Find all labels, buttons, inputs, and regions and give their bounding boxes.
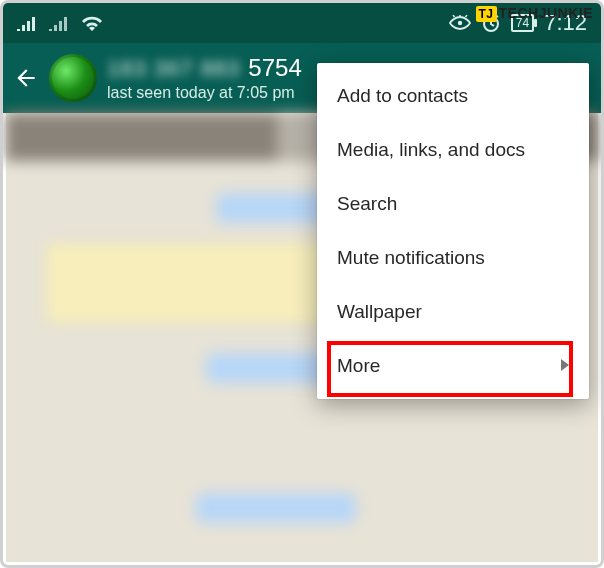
menu-item-more[interactable]: More [317, 339, 589, 393]
menu-item-label: Media, links, and docs [337, 139, 525, 161]
menu-item-label: Search [337, 193, 397, 215]
menu-item-label: Wallpaper [337, 301, 422, 323]
menu-item-media-links-docs[interactable]: Media, links, and docs [317, 123, 589, 177]
menu-item-add-to-contacts[interactable]: Add to contacts [317, 69, 589, 123]
menu-item-label: Add to contacts [337, 85, 468, 107]
chevron-right-icon [561, 358, 569, 374]
menu-item-label: More [337, 355, 380, 377]
watermark: TJTECHJUNKIE [476, 5, 593, 22]
watermark-badge: TJ [476, 6, 497, 22]
signal-secondary-icon [49, 15, 67, 31]
menu-item-search[interactable]: Search [317, 177, 589, 231]
overflow-menu: Add to contacts Media, links, and docs S… [317, 63, 589, 399]
screenshot-frame: TJTECHJUNKIE 74 7:12 [0, 0, 604, 568]
contact-number-suffix: 5754 [248, 53, 301, 83]
watermark-text: TECHJUNKIE [499, 5, 593, 21]
signal-icon [17, 15, 35, 31]
menu-item-wallpaper[interactable]: Wallpaper [317, 285, 589, 339]
menu-item-mute-notifications[interactable]: Mute notifications [317, 231, 589, 285]
contact-name-row: 183 367 883 5754 [107, 53, 302, 83]
blurred-bubble [196, 493, 356, 523]
contact-number-obscured: 183 367 883 [107, 55, 240, 83]
contact-titles[interactable]: 183 367 883 5754 last seen today at 7:05… [107, 53, 302, 103]
svg-point-0 [458, 21, 462, 25]
status-left [17, 15, 103, 31]
menu-item-label: Mute notifications [337, 247, 485, 269]
back-button[interactable] [13, 65, 39, 91]
eye-icon [449, 15, 471, 31]
contact-avatar[interactable] [49, 54, 97, 102]
last-seen-text: last seen today at 7:05 pm [107, 83, 302, 103]
wifi-icon [81, 15, 103, 31]
